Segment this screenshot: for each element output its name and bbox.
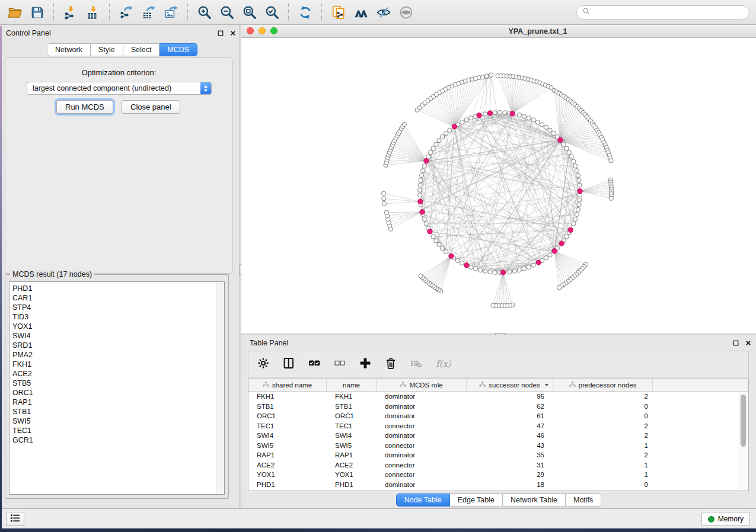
- graph-node[interactable]: [418, 193, 422, 197]
- table-row[interactable]: SWI5SWI5connector431: [248, 441, 748, 451]
- graph-node[interactable]: [572, 222, 576, 226]
- graph-node[interactable]: [460, 261, 464, 265]
- graph-node[interactable]: [535, 120, 540, 124]
- graph-node[interactable]: [441, 246, 445, 250]
- mcds-result-item[interactable]: ORC1: [12, 388, 33, 398]
- search-box[interactable]: [576, 5, 749, 20]
- graph-node[interactable]: [434, 142, 438, 146]
- mcds-result-item[interactable]: PMA2: [12, 350, 33, 360]
- mcds-result-item[interactable]: SRD1: [12, 341, 33, 350]
- tab-mcds[interactable]: MCDS: [160, 43, 197, 56]
- float-icon[interactable]: [733, 340, 739, 346]
- graph-node[interactable]: [384, 210, 388, 214]
- graph-node[interactable]: [437, 242, 441, 246]
- graph-node[interactable]: [517, 268, 521, 272]
- traffic-light-zoom[interactable]: [270, 27, 277, 34]
- table-row[interactable]: RAP1RAP1dominator352: [248, 450, 748, 460]
- deselect-all-button[interactable]: [332, 357, 347, 372]
- graph-node[interactable]: [577, 178, 581, 182]
- graph-node[interactable]: [441, 134, 445, 139]
- mcds-result-item[interactable]: ACE2: [12, 369, 33, 379]
- tab-network-table[interactable]: Network Table: [503, 493, 566, 507]
- graph-node[interactable]: [572, 159, 576, 164]
- graph-hub-node[interactable]: [449, 254, 454, 258]
- column-header-successor-nodes[interactable]: successor nodes: [467, 379, 553, 391]
- table-row[interactable]: TEC1TEC1connector472: [248, 421, 748, 431]
- select-all-button[interactable]: [307, 357, 322, 372]
- graph-hub-node[interactable]: [536, 260, 541, 265]
- hide-graphics-details-button[interactable]: [372, 2, 395, 23]
- graph-node[interactable]: [493, 270, 497, 274]
- graph-node[interactable]: [418, 188, 422, 192]
- zoom-fit-button[interactable]: [238, 2, 261, 23]
- graph-node[interactable]: [455, 258, 460, 262]
- graph-hub-node[interactable]: [477, 113, 481, 117]
- mcds-result-item[interactable]: STB5: [12, 379, 33, 388]
- mcds-result-item[interactable]: STB1: [12, 407, 33, 416]
- graph-node[interactable]: [460, 120, 464, 124]
- mcds-result-item[interactable]: YOX1: [12, 322, 33, 331]
- mcds-result-listbox[interactable]: PHD1CAR1STP4TID3YOX1SWI4SRD1PMA2FKH1ACE2…: [9, 281, 225, 495]
- graph-node[interactable]: [491, 303, 495, 307]
- export-network-button[interactable]: [115, 2, 138, 23]
- graph-hub-node[interactable]: [559, 241, 564, 246]
- tab-motifs[interactable]: Motifs: [566, 493, 601, 507]
- graph-node[interactable]: [419, 178, 423, 182]
- graph-node[interactable]: [562, 142, 566, 146]
- graph-node[interactable]: [493, 111, 497, 115]
- tab-style[interactable]: Style: [91, 43, 123, 56]
- graph-node[interactable]: [419, 274, 423, 278]
- graph-node[interactable]: [531, 118, 535, 122]
- graph-node[interactable]: [422, 217, 426, 221]
- tab-edge-table[interactable]: Edge Table: [450, 493, 503, 507]
- tab-network[interactable]: Network: [47, 43, 91, 56]
- graph-node[interactable]: [578, 198, 582, 202]
- graph-node[interactable]: [422, 164, 426, 168]
- graph-hub-node[interactable]: [487, 111, 492, 116]
- table-row[interactable]: FKH1FKH1dominator962: [248, 392, 748, 402]
- graph-node[interactable]: [382, 197, 386, 201]
- graph-node[interactable]: [527, 265, 531, 269]
- graph-node[interactable]: [575, 212, 579, 216]
- graph-node[interactable]: [434, 239, 438, 243]
- mcds-result-item[interactable]: RAP1: [12, 398, 33, 407]
- graph-hub-node[interactable]: [420, 210, 425, 214]
- open-session-button[interactable]: [4, 2, 26, 23]
- graph-node[interactable]: [431, 146, 435, 150]
- graph-hub-node[interactable]: [424, 158, 429, 163]
- graph-node[interactable]: [577, 203, 581, 207]
- graph-node[interactable]: [444, 249, 448, 254]
- graph-node[interactable]: [576, 174, 580, 178]
- mcds-list-scrollbar[interactable]: [216, 282, 224, 494]
- run-mcds-button[interactable]: Run MCDS: [56, 100, 113, 114]
- tab-node-table[interactable]: Node Table: [396, 493, 450, 507]
- graph-node[interactable]: [469, 265, 473, 269]
- graph-node[interactable]: [418, 183, 422, 187]
- close-panel-button[interactable]: Close panel: [122, 100, 180, 114]
- graph-node[interactable]: [564, 235, 569, 239]
- column-header-predecessor-nodes[interactable]: predecessor nodes: [553, 379, 653, 391]
- zoom-out-button[interactable]: [216, 2, 238, 23]
- graph-node[interactable]: [448, 128, 452, 132]
- graph-node[interactable]: [382, 201, 386, 206]
- network-overview-button[interactable]: [350, 2, 372, 23]
- graph-hub-node[interactable]: [552, 249, 557, 254]
- mcds-result-item[interactable]: GCR1: [12, 435, 33, 445]
- apply-layout-button[interactable]: [294, 2, 317, 23]
- graph-node[interactable]: [489, 73, 493, 77]
- graph-hub-node[interactable]: [452, 124, 457, 129]
- graph-node[interactable]: [517, 113, 521, 117]
- graph-node[interactable]: [421, 169, 425, 173]
- import-network-button[interactable]: [59, 2, 82, 23]
- graph-node[interactable]: [484, 74, 489, 78]
- search-input[interactable]: [594, 8, 744, 17]
- table-scrollbar[interactable]: [739, 392, 747, 489]
- graph-node[interactable]: [573, 164, 578, 168]
- graph-node[interactable]: [522, 114, 526, 118]
- table-row[interactable]: ACE2ACE2connector311: [248, 460, 748, 470]
- network-window-titlebar[interactable]: YPA_prune.txt_1: [241, 25, 756, 38]
- graph-node[interactable]: [469, 116, 473, 120]
- graph-hub-node[interactable]: [418, 199, 423, 204]
- graph-node[interactable]: [576, 207, 580, 211]
- graph-node[interactable]: [479, 268, 483, 272]
